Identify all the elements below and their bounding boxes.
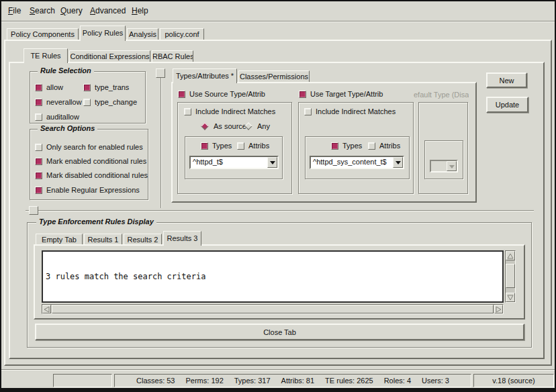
results-horizontal-scrollbar[interactable] [42,304,504,314]
stat-perms: Perms: 192 [186,377,224,385]
tab-conditional-expressions[interactable]: Conditional Expressions [69,50,150,62]
stat-types: Types: 317 [234,377,271,385]
arrow-down-icon [507,295,514,301]
scroll-right-button[interactable] [494,305,503,313]
tab-results-1[interactable]: Results 1 [84,234,122,244]
statusbar-version-segment: v.18 (source) [473,374,554,387]
search-options-title: Search Options [38,124,97,132]
results-blank-line [46,300,500,303]
menu-query[interactable]: Query [60,6,83,15]
stat-roles: Roles: 4 [384,377,411,385]
tab-policy-conf[interactable]: policy.conf [160,28,204,40]
tab-classes-permissions[interactable]: Classes/Permissions [238,70,310,82]
stat-attribs: Attribs: 81 [281,377,315,385]
scroll-up-button[interactable] [506,251,515,260]
tab-rbac-rules[interactable]: RBAC Rules [152,50,193,62]
checkbox-use-target-type[interactable]: Use Target Type/Attrib [299,90,383,98]
statusbar-empty-segment [53,374,112,387]
vertical-sash-handle[interactable] [156,68,165,78]
statusbar-stats-segment: Classes: 53 Perms: 192 Types: 317 Attrib… [114,374,471,387]
menu-bar: File Search Query Advanced Help [1,1,555,21]
apol-window: File Search Query Advanced Help Policy C… [0,0,556,392]
checkbox-use-source-type[interactable]: Use Source Type/Attrib [178,90,265,98]
results-summary: 3 rules match the search criteria [46,272,500,281]
scrollbar-thumb[interactable] [52,305,494,313]
menu-help[interactable]: Help [132,6,148,15]
policy-stats: Classes: 53 Perms: 192 Types: 317 Attrib… [136,377,449,385]
stat-classes: Classes: 53 [136,377,175,385]
tab-policy-components[interactable]: Policy Components [7,28,79,40]
tab-policy-rules[interactable]: Policy Rules [80,26,126,41]
tab-analysis[interactable]: Analysis [127,28,158,40]
checkbox-indicator [178,91,185,98]
arrow-left-icon [44,306,50,313]
horizontal-sash-handle[interactable] [29,206,38,215]
tab-results-3[interactable]: Results 3 [163,231,201,246]
statusbar-separator [1,369,555,370]
results-text-area[interactable]: 3 rules match the search criteria (5822)… [42,250,504,303]
tab-te-rules[interactable]: TE Rules [24,48,68,63]
types-attributes-frame [171,82,477,203]
tab-results-2[interactable]: Results 2 [124,234,162,244]
menu-search[interactable]: Search [30,6,55,15]
checkbox-indicator [299,91,306,98]
scrollbar-thumb[interactable] [506,264,515,288]
results-vertical-scrollbar[interactable] [505,250,516,303]
policy-version: v.18 (source) [492,377,535,385]
tab-empty-tab[interactable]: Empty Tab [36,234,83,244]
scroll-left-button[interactable] [42,305,51,313]
tab-types-attributes[interactable]: Types/Attributes * [173,68,237,83]
menu-advanced[interactable]: Advanced [90,6,126,15]
checkbox-label: Use Source Type/Attrib [189,90,265,98]
arrow-up-icon [507,253,514,259]
arrow-right-icon [496,306,502,313]
stat-te-rules: TE rules: 2625 [325,377,373,385]
rule-selection-title: Rule Selection [38,66,94,75]
menu-file[interactable]: File [8,6,21,15]
stat-users: Users: 3 [422,377,449,385]
scroll-down-button[interactable] [506,293,515,302]
te-rules-display-title: Type Enforcement Rules Display [36,217,156,226]
default-type-label: efault Type (Disa [414,91,469,99]
checkbox-label: Use Target Type/Attrib [310,90,383,98]
